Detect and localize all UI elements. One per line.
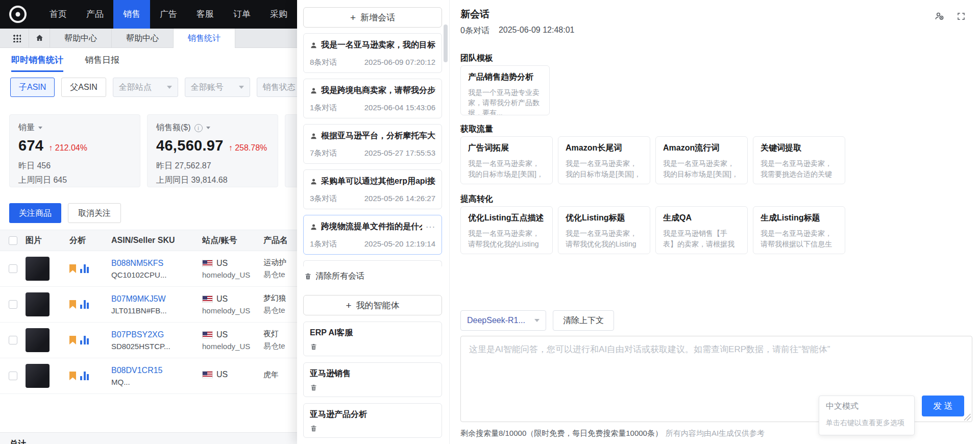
template-card[interactable]: 关键词提取 我是一名亚马逊卖家，我需要挑选合适的关键词用于广... <box>753 136 845 184</box>
session-item[interactable]: 我是跨境电商卖家，请帮我分步骤 1条对话 2025-06-04 15:43:06 <box>303 79 442 118</box>
session-item[interactable]: 采购单可以通过其他erp用api接口 3条对话 2025-05-26 14:26… <box>303 169 442 209</box>
row-checkbox[interactable] <box>9 264 17 273</box>
product-thumbnail[interactable] <box>26 364 50 388</box>
user-icon <box>310 87 317 94</box>
agent-item[interactable]: 亚马逊产品分析 <box>303 403 442 438</box>
product-thumbnail[interactable] <box>26 257 50 281</box>
trash-icon[interactable] <box>310 343 317 351</box>
nav-item-home[interactable]: 首页 <box>40 0 77 29</box>
sales-subtabs: 即时销售统计 销售日报 <box>11 54 119 72</box>
session-item-partial[interactable] <box>303 260 442 266</box>
tab-sales-statistics[interactable]: 销售统计 <box>174 29 235 48</box>
asin-link[interactable]: B07M9MKJ5W <box>111 294 202 304</box>
more-options-icon[interactable]: ··· <box>426 223 435 232</box>
nav-item-sales[interactable]: 销售 <box>113 0 150 29</box>
agent-item[interactable]: 亚马逊销售 <box>303 362 442 397</box>
model-select-value: DeepSeek-R1... <box>467 316 525 325</box>
user-plus-icon[interactable] <box>935 11 944 21</box>
child-asin-button[interactable]: 子ASIN <box>10 78 55 97</box>
parent-asin-button[interactable]: 父ASIN <box>61 78 106 97</box>
col-header-site: 站点/账号 <box>202 235 263 246</box>
session-time: 2025-06-04 15:43:06 <box>364 103 435 113</box>
template-card[interactable]: 产品销售趋势分析 我是一个亚马逊专业卖家，请帮我分析产品数据，要有... <box>460 65 550 115</box>
clear-context-button[interactable]: 清除上下文 <box>553 310 614 331</box>
user-icon <box>310 41 317 49</box>
bookmark-icon <box>69 336 76 344</box>
template-desc: 我是一名亚马逊卖家，请帮我优化我的Listing五点描述... <box>468 228 545 250</box>
row-checkbox[interactable] <box>9 336 17 344</box>
bar-chart-icon[interactable] <box>80 336 89 344</box>
chat-main-panel: 新会话 0条对话 2025-06-09 12:48:01 团队模板 产品销售趋势… <box>450 0 980 444</box>
select-all-checkbox[interactable] <box>9 236 17 245</box>
chat-dialog-count: 0条对话 <box>460 26 489 36</box>
template-card[interactable]: 优化Listing标题 我是一名亚马逊卖家，请帮我优化我的Listing标题。要… <box>558 206 650 254</box>
session-item-selected[interactable]: 跨境物流提单文件指的是什么 ··· 1条对话 2025-05-20 12:19:… <box>303 215 442 255</box>
follow-product-button[interactable]: 关注商品 <box>9 203 61 223</box>
template-card[interactable]: 生成QA 我是亚马逊销售【手表】的卖家，请根据我提供的商品... <box>655 206 748 254</box>
template-card[interactable]: Amazon流行词 我是一名亚马逊卖家，我的目标市场是[美国]，请帮我... <box>655 136 748 184</box>
stat-change-value: 212.04% <box>55 143 87 152</box>
session-item[interactable]: 我是一名亚马逊卖家，我的目标市 8条对话 2025-06-09 07:20:12 <box>303 33 442 73</box>
vertical-scrollbar-thumb[interactable] <box>444 24 448 62</box>
agent-name: ERP AI客服 <box>310 328 435 338</box>
bar-chart-icon[interactable] <box>80 372 89 380</box>
table-actions: 关注商品 取消关注 <box>9 203 121 223</box>
clear-all-sessions-button[interactable]: 清除所有会话 <box>303 271 442 282</box>
row-checkbox[interactable] <box>9 300 17 309</box>
tab-help-center-2[interactable]: 帮助中心 <box>112 29 174 48</box>
tab-daily-sales[interactable]: 销售日报 <box>85 54 119 72</box>
template-card[interactable]: 优化Listing五点描述 我是一名亚马逊卖家，请帮我优化我的Listing五点… <box>460 206 553 254</box>
site-select[interactable]: 全部站点 <box>113 78 178 97</box>
site-code: US <box>216 294 228 304</box>
model-select[interactable]: DeepSeek-R1... <box>460 310 546 331</box>
bar-chart-icon[interactable] <box>80 300 89 309</box>
home-icon[interactable] <box>29 29 50 48</box>
row-checkbox[interactable] <box>9 372 17 380</box>
asin-link[interactable]: B088NM5KFS <box>111 259 202 268</box>
bookmark-icon <box>69 300 76 309</box>
agent-item[interactable]: ERP AI客服 <box>303 322 442 356</box>
stat-metric-selector[interactable]: 销售额($) <box>156 122 269 133</box>
session-time: 2025-05-27 17:55:53 <box>364 149 435 158</box>
stat-metric-selector[interactable]: 销量 <box>18 122 131 133</box>
asin-link[interactable]: B07PBSY2XG <box>111 330 202 339</box>
nav-item-service[interactable]: 客服 <box>187 0 224 29</box>
account-select-value: 全部账号 <box>191 82 224 93</box>
unfollow-button[interactable]: 取消关注 <box>68 203 121 223</box>
template-card[interactable]: Amazon长尾词 我是一名亚马逊卖家，我的目标市场是[美国]，以下是... <box>558 136 650 184</box>
nav-item-ads[interactable]: 广告 <box>150 0 187 29</box>
stat-label: 销量 <box>18 122 35 133</box>
stat-last-week: 上周同日 645 <box>18 175 131 186</box>
new-session-button[interactable]: + 新增会话 <box>303 7 442 28</box>
trash-icon[interactable] <box>310 384 317 391</box>
nav-item-purchase[interactable]: 采购 <box>260 0 297 29</box>
product-thumbnail[interactable] <box>26 328 50 352</box>
apps-grid-icon[interactable] <box>12 34 21 42</box>
account-name: homelody_US <box>202 342 263 351</box>
my-agents-button[interactable]: + 我的智能体 <box>303 295 442 315</box>
tab-realtime-sales[interactable]: 即时销售统计 <box>11 54 63 72</box>
send-button[interactable]: 发 送 <box>922 396 964 416</box>
nav-item-orders[interactable]: 订单 <box>224 0 260 29</box>
section-improve-conversion: 提高转化 <box>460 194 493 205</box>
account-select[interactable]: 全部账号 <box>185 78 250 97</box>
nav-item-products[interactable]: 产品 <box>77 0 113 29</box>
bar-chart-icon[interactable] <box>80 264 89 273</box>
template-title: 优化Listing标题 <box>566 213 643 224</box>
tab-help-center-1[interactable]: 帮助中心 <box>50 29 112 48</box>
agent-name: 亚马逊产品分析 <box>310 409 435 420</box>
template-card[interactable]: 广告词拓展 我是一名亚马逊卖家，我的目标市场是[美国]，以下是... <box>460 136 553 184</box>
stat-yesterday: 昨日 456 <box>18 161 131 171</box>
fullscreen-icon[interactable] <box>957 11 966 21</box>
asin-link[interactable]: B08DV1CR15 <box>111 366 202 375</box>
session-item[interactable]: 根据亚马逊平台，分析摩托车大灯 7条对话 2025-05-27 17:55:53 <box>303 124 442 164</box>
chevron-down-icon <box>38 127 42 129</box>
session-title: 我是跨境电商卖家，请帮我分步骤 <box>321 85 435 96</box>
product-thumbnail[interactable] <box>26 292 50 316</box>
context-menu-item-chinese-mode[interactable]: 中文模式 <box>819 396 914 414</box>
resize-grip[interactable] <box>964 414 971 421</box>
trash-icon[interactable] <box>310 425 317 432</box>
app-logo-icon[interactable] <box>9 6 27 23</box>
ai-disclaimer: 所有内容均由AI生成仅供参考 <box>666 429 765 437</box>
template-card[interactable]: 生成Listing标题 我是一名亚马逊卖家，请帮我根据以下信息生成我的... <box>753 206 845 254</box>
